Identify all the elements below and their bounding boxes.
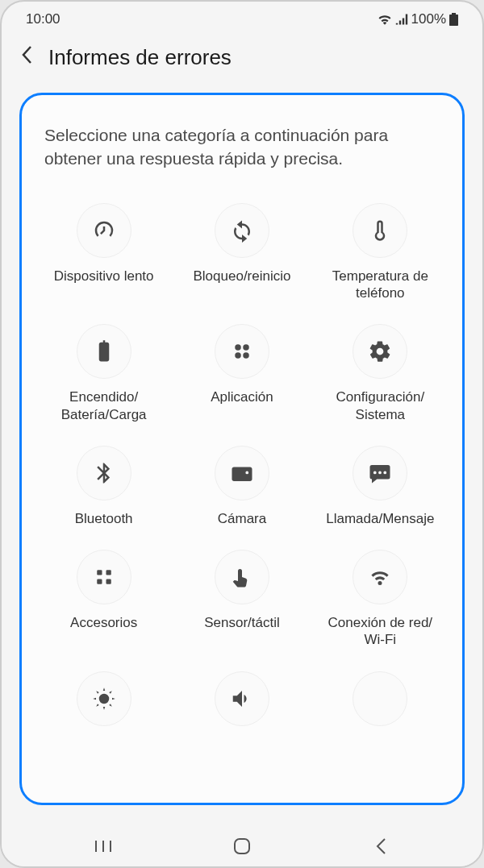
- signal-icon: [395, 14, 408, 25]
- category-partial-1[interactable]: [38, 671, 169, 736]
- page-title: Informes de errores: [48, 45, 232, 70]
- back-nav-button[interactable]: [357, 830, 405, 862]
- message-icon: [353, 446, 407, 500]
- category-sensor-touch[interactable]: Sensor/táctil: [176, 550, 307, 649]
- header: Informes de errores: [2, 34, 482, 86]
- status-time: 10:00: [26, 11, 60, 27]
- back-button[interactable]: [21, 45, 32, 70]
- category-label: Accesorios: [70, 614, 137, 631]
- status-bar: 10:00 100%: [2, 2, 482, 34]
- category-label: Cámara: [218, 510, 266, 527]
- svg-point-3: [243, 353, 249, 359]
- category-bluetooth[interactable]: Bluetooth: [38, 446, 169, 527]
- navigation-bar: [2, 826, 482, 866]
- speedometer-icon: [77, 203, 131, 258]
- category-label: Llamada/Mensaje: [326, 510, 434, 527]
- category-label: Aplicación: [211, 388, 273, 405]
- camera-icon: [215, 446, 269, 500]
- category-label: Sensor/táctil: [204, 614, 280, 631]
- category-call-message[interactable]: Llamada/Mensaje: [315, 446, 446, 527]
- category-label: Conexión de red/Wi-Fi: [328, 614, 432, 649]
- touch-icon: [215, 550, 269, 604]
- content-panel: Seleccione una categoría a continuación …: [19, 93, 465, 805]
- category-label: Bluetooth: [75, 510, 133, 527]
- svg-point-1: [243, 345, 249, 351]
- volume-icon: [215, 671, 269, 726]
- category-label: Configuración/Sistema: [336, 388, 425, 423]
- svg-rect-4: [97, 570, 102, 575]
- category-label: Temperatura de teléfono: [315, 268, 444, 302]
- category-accessories[interactable]: Accesorios: [38, 550, 169, 649]
- recents-button[interactable]: [79, 830, 127, 862]
- brightness-icon: [77, 671, 131, 726]
- thermometer-icon: [353, 203, 407, 258]
- category-partial-3[interactable]: [315, 671, 446, 736]
- svg-rect-6: [97, 579, 102, 584]
- battery-icon: [449, 13, 458, 26]
- category-label: Dispositivo lento: [54, 268, 154, 284]
- category-settings-system[interactable]: Configuración/Sistema: [315, 324, 446, 423]
- battery-icon: [77, 324, 131, 379]
- home-button[interactable]: [218, 830, 266, 862]
- wifi-icon: [378, 14, 392, 25]
- svg-rect-8: [235, 839, 249, 853]
- svg-point-0: [235, 345, 241, 351]
- bluetooth-icon: [77, 446, 131, 500]
- category-temperature[interactable]: Temperatura de teléfono: [315, 203, 446, 302]
- category-label: Bloqueo/reinicio: [194, 268, 291, 284]
- svg-rect-5: [106, 570, 111, 575]
- category-lock-restart[interactable]: Bloqueo/reinicio: [176, 203, 307, 302]
- instruction-text: Seleccione una categoría a continuación …: [38, 123, 446, 171]
- settings-icon: [353, 324, 407, 379]
- apps-icon: [77, 550, 131, 604]
- category-network-wifi[interactable]: Conexión de red/Wi-Fi: [315, 550, 446, 649]
- category-camera[interactable]: Cámara: [176, 446, 307, 527]
- battery-percent: 100%: [411, 11, 446, 27]
- apps-icon: [215, 324, 269, 379]
- categories-grid: Dispositivo lento Bloqueo/reinicio Tempe…: [38, 203, 446, 736]
- status-indicators: 100%: [378, 11, 458, 27]
- category-partial-2[interactable]: [176, 671, 307, 736]
- svg-point-2: [235, 353, 241, 359]
- category-application[interactable]: Aplicación: [176, 324, 307, 423]
- wifi-icon: [353, 550, 407, 604]
- svg-rect-7: [106, 579, 111, 584]
- restart-icon: [215, 203, 269, 258]
- category-slow-device[interactable]: Dispositivo lento: [38, 203, 169, 302]
- more-icon: [353, 671, 407, 726]
- category-power-battery[interactable]: Encendido/Batería/Carga: [38, 324, 169, 423]
- category-label: Encendido/Batería/Carga: [61, 388, 147, 423]
